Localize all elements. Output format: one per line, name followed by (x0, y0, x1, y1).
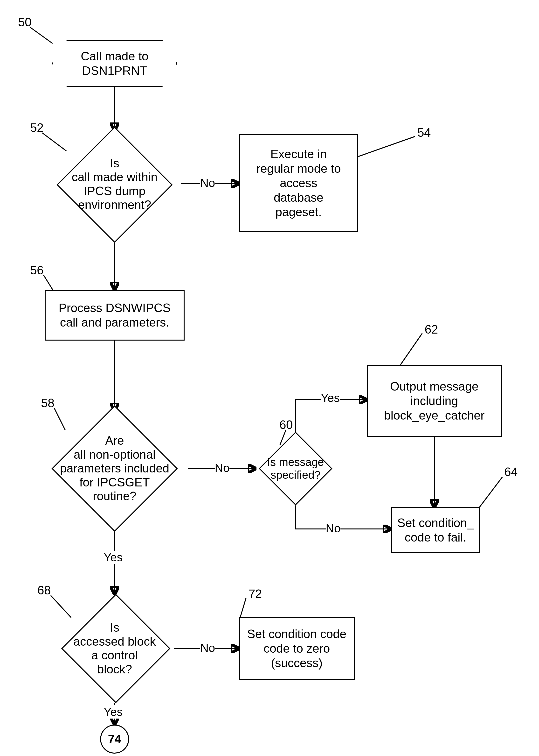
edge-60-yes: Yes (321, 391, 340, 405)
edge-60-no: No (326, 522, 341, 535)
node-60: Is message specified? (255, 432, 337, 505)
ref-50: 50 (18, 15, 32, 29)
svg-line-9 (30, 27, 52, 44)
node-start-text: Call made to DSN1PRNT (53, 41, 176, 86)
node-74-text: 74 (101, 725, 128, 753)
node-62: Output message including block_eye_catch… (367, 365, 502, 437)
edge-58-no: No (215, 461, 229, 475)
node-62-text: Output message including block_eye_catch… (368, 366, 501, 436)
node-74: 74 (100, 724, 129, 754)
ref-68: 68 (38, 583, 51, 597)
node-64: Set condition_ code to fail. (391, 507, 480, 553)
svg-line-16 (479, 477, 502, 508)
node-52: Is call made within IPCS dump environmen… (47, 131, 182, 238)
node-54: Execute in regular mode to access databa… (239, 134, 358, 232)
ref-64: 64 (504, 465, 518, 479)
node-68: Is accessed block a control block? (54, 594, 175, 703)
node-58-text: Are all non-optional parameters included… (38, 411, 191, 526)
edge-58-yes: Yes (104, 551, 122, 564)
ref-62: 62 (424, 323, 438, 336)
ref-52: 52 (30, 121, 44, 135)
ref-54: 54 (418, 126, 431, 140)
node-60-text: Is message specified? (255, 432, 337, 505)
flowchart-canvas: 50 52 54 56 58 60 62 64 68 72 No No Yes … (0, 0, 539, 756)
node-start: Call made to DSN1PRNT (52, 40, 177, 87)
node-58: Are all non-optional parameters included… (38, 411, 191, 526)
node-72: Set condition code code to zero (success… (239, 617, 355, 680)
edge-52-no: No (200, 176, 215, 190)
edge-68-no: No (200, 641, 215, 655)
node-52-text: Is call made within IPCS dump environmen… (47, 131, 182, 238)
node-56-text: Process DSNWIPCS call and parameters. (45, 291, 184, 339)
node-56: Process DSNWIPCS call and parameters. (44, 290, 185, 340)
svg-line-15 (401, 333, 422, 365)
node-68-text: Is accessed block a control block? (54, 594, 175, 703)
ref-72: 72 (249, 587, 262, 601)
svg-line-18 (240, 598, 246, 618)
ref-60: 60 (279, 418, 293, 432)
ref-56: 56 (30, 263, 44, 277)
node-64-text: Set condition_ code to fail. (392, 508, 479, 552)
node-72-text: Set condition code code to zero (success… (240, 618, 354, 679)
edge-68-yes: Yes (104, 705, 122, 718)
node-54-text: Execute in regular mode to access databa… (240, 135, 357, 231)
svg-line-11 (358, 137, 415, 156)
ref-58: 58 (41, 396, 54, 410)
